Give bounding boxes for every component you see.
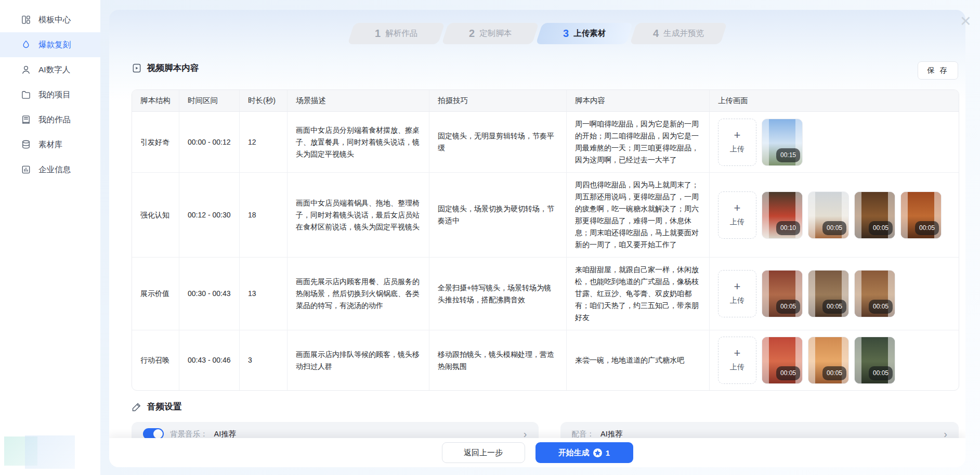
clip-thumbnail[interactable]: 00:05 — [808, 337, 849, 384]
person-icon — [21, 65, 31, 75]
cell-upload: +上传00:1000:0500:0500:05 — [710, 173, 959, 258]
save-button[interactable]: 保 存 — [918, 61, 958, 80]
step-number: 3 — [563, 28, 569, 40]
generate-button-label: 开始生成 — [558, 448, 590, 458]
clip-duration-badge: 00:05 — [915, 221, 939, 235]
script-table: 脚本结构时间区间时长(秒)场景描述拍摄技巧脚本内容上传画面 引发好奇00:00 … — [132, 89, 959, 391]
clip-thumbnail[interactable]: 00:15 — [762, 119, 803, 166]
cell-structure: 引发好奇 — [132, 112, 179, 173]
step-3[interactable]: 3上传素材 — [535, 23, 633, 44]
back-button[interactable]: 返回上一步 — [442, 442, 525, 463]
clip-duration-badge: 00:10 — [776, 221, 800, 235]
sidebar-item-企业信息[interactable]: 企业信息 — [0, 157, 100, 182]
clip-duration-badge: 00:05 — [869, 300, 893, 314]
upload-label: 上传 — [730, 143, 744, 155]
clip-thumbnail[interactable]: 00:05 — [808, 191, 849, 239]
column-header: 时长(秒) — [240, 90, 288, 112]
clip-thumbnail[interactable]: 00:05 — [900, 191, 942, 239]
cell-content: 周一啊咱得吃甜品，因为它是新的一周的开始；周二咱得吃甜品，因为它是一周最难熬的一… — [567, 112, 710, 173]
clip-duration-badge: 00:05 — [822, 300, 846, 314]
upload-button[interactable]: +上传 — [718, 270, 756, 317]
audio-section-header: 音频设置 — [132, 401, 965, 413]
flame-icon — [21, 40, 31, 50]
clip-duration-badge: 00:05 — [822, 221, 846, 235]
cell-upload: +上传00:0500:0500:05 — [710, 258, 959, 330]
clip-duration-badge: 00:15 — [776, 148, 800, 162]
step-label: 定制脚本 — [479, 28, 512, 39]
main-panel: 1解析作品2定制脚本3上传素材4生成并预览 视频脚本内容 保 存 脚本结构时间区… — [109, 10, 965, 467]
table-row: 强化认知00:12 - 00:3018画面中女店员端着锅具、拖地、整理椅子，同时… — [132, 173, 959, 258]
sidebar-item-我的作品[interactable]: 我的作品 — [0, 107, 100, 132]
sidebar-item-我的项目[interactable]: 我的项目 — [0, 82, 100, 107]
cell-duration: 12 — [240, 112, 288, 173]
upload-button[interactable]: +上传 — [718, 119, 756, 166]
clip-duration-badge: 00:05 — [776, 300, 800, 314]
folder-icon — [21, 89, 31, 100]
plus-icon: + — [734, 130, 741, 141]
sidebar-item-素材库[interactable]: 素材库 — [0, 132, 100, 157]
credit-count: 1 — [606, 448, 610, 457]
cell-technique: 全景扫摄+特写镜头，场景转场为镜头推拉转场，搭配沸腾音效 — [429, 258, 567, 330]
bgm-value: AI推荐 — [214, 429, 237, 439]
works-icon — [21, 114, 31, 125]
column-header: 上传画面 — [710, 90, 959, 112]
cell-scene: 画面中女店员分别端着食材摆放、擦桌子、放置餐具，同时对着镜头说话，镜头为固定平视… — [288, 112, 429, 173]
sidebar-item-label: 爆款复刻 — [38, 40, 71, 50]
cell-duration: 3 — [240, 330, 288, 390]
bgm-label: 背景音乐： — [170, 429, 208, 439]
step-label: 解析作品 — [385, 28, 417, 39]
credit-coin-icon — [593, 448, 602, 457]
script-file-icon — [132, 63, 142, 73]
footer-bar: 返回上一步 开始生成 1 — [109, 438, 965, 467]
cell-content: 来尝一碗，地地道道的广式糖水吧 — [567, 330, 710, 390]
step-4[interactable]: 4生成并预览 — [630, 23, 727, 44]
stepper: 1解析作品2定制脚本3上传素材4生成并预览 — [109, 10, 965, 44]
clip-thumbnail[interactable]: 00:10 — [762, 191, 803, 239]
clip-thumbnail[interactable]: 00:05 — [762, 270, 803, 317]
close-icon[interactable]: ✕ — [960, 15, 972, 29]
database-icon — [21, 139, 31, 150]
sidebar-item-label: 我的项目 — [38, 89, 71, 100]
upload-button[interactable]: +上传 — [718, 191, 756, 239]
clip-thumbnail[interactable]: 00:05 — [762, 337, 803, 384]
cell-time-range: 00:00 - 00:12 — [179, 112, 240, 173]
cell-time-range: 00:12 - 00:30 — [179, 173, 240, 258]
cell-time-range: 00:43 - 00:46 — [179, 330, 240, 390]
step-2[interactable]: 2定制脚本 — [441, 23, 539, 44]
clip-duration-badge: 00:05 — [869, 366, 893, 380]
clip-duration-badge: 00:05 — [869, 221, 893, 235]
cell-duration: 18 — [240, 173, 288, 258]
table-row: 行动召唤00:43 - 00:463画面展示店内排队等候的顾客，镜头移动扫过人群… — [132, 330, 959, 390]
cell-scene: 画面先展示店内顾客用餐、店员服务的热闹场景，然后切换到火锅锅底、各类菜品的特写，… — [288, 258, 429, 330]
pencil-icon — [132, 402, 142, 412]
template-icon — [21, 15, 31, 25]
clip-duration-badge: 00:05 — [822, 366, 846, 380]
step-label: 上传素材 — [573, 28, 606, 39]
clip-thumbnail[interactable]: 00:05 — [854, 270, 895, 317]
clip-thumbnail[interactable]: 00:05 — [854, 337, 895, 384]
column-header: 场景描述 — [288, 90, 429, 112]
sidebar-item-label: 企业信息 — [38, 164, 71, 175]
plus-icon: + — [734, 202, 741, 214]
building-icon — [21, 164, 31, 175]
column-header: 脚本结构 — [132, 90, 179, 112]
sidebar-item-模板中心[interactable]: 模板中心 — [0, 7, 100, 32]
table-row: 展示价值00:30 - 00:4313画面先展示店内顾客用餐、店员服务的热闹场景… — [132, 258, 959, 330]
sidebar-item-爆款复刻[interactable]: 爆款复刻 — [0, 32, 100, 57]
cell-content: 周四也得吃甜品，因为马上就周末了；周五那还用说吗，更得吃甜品了，一周的疲惫啊，吃… — [567, 173, 710, 258]
sidebar-item-label: 我的作品 — [38, 114, 71, 125]
decorative-gradient — [4, 429, 77, 469]
upload-button[interactable]: +上传 — [718, 337, 756, 384]
generate-button[interactable]: 开始生成 1 — [535, 442, 633, 463]
sidebar-item-AI数字人[interactable]: AI数字人 — [0, 57, 100, 82]
clip-thumbnail[interactable]: 00:05 — [808, 270, 849, 317]
column-header: 时间区间 — [179, 90, 240, 112]
video-script-title: 视频脚本内容 — [147, 62, 199, 74]
cell-technique: 固定镜头，场景切换为硬切转场，节奏适中 — [429, 173, 567, 258]
step-1[interactable]: 1解析作品 — [347, 23, 445, 44]
clip-thumbnail[interactable]: 00:05 — [854, 191, 895, 239]
cell-structure: 强化认知 — [132, 173, 179, 258]
sidebar-item-label: 模板中心 — [38, 15, 71, 25]
cell-scene: 画面中女店员端着锅具、拖地、整理椅子，同时对着镜头说话，最后女店员站在食材区前说… — [288, 173, 429, 258]
table-row: 引发好奇00:00 - 00:1212画面中女店员分别端着食材摆放、擦桌子、放置… — [132, 112, 959, 173]
